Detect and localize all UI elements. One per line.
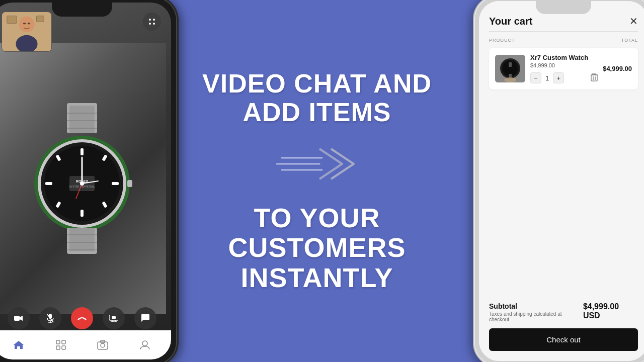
- svg-rect-26: [69, 228, 95, 251]
- right-phone-body: Your cart ✕ PRODUCT TOTAL: [473, 0, 644, 362]
- svg-rect-41: [14, 316, 20, 321]
- checkout-button[interactable]: Check out: [489, 328, 638, 351]
- hangup-button[interactable]: [71, 307, 93, 329]
- watch-image: ROLEX OYSTER PERPETUAL: [27, 103, 137, 254]
- left-phone-body: ROLEX OYSTER PERPETUAL: [0, 0, 179, 362]
- svg-rect-33: [23, 23, 26, 24]
- product-col-label: PRODUCT: [489, 38, 515, 43]
- right-phone-screen: Your cart ✕ PRODUCT TOTAL: [479, 1, 644, 361]
- cart-title: Your cart: [489, 16, 532, 27]
- svg-point-38: [153, 19, 155, 21]
- subtotal-row: Subtotal Taxes and shipping calculated a…: [489, 302, 638, 322]
- svg-rect-24: [127, 180, 132, 187]
- svg-point-31: [19, 17, 34, 32]
- qty-decrease-button[interactable]: −: [530, 72, 541, 83]
- cart-columns-header: PRODUCT TOTAL: [489, 38, 638, 43]
- video-call-screen: ROLEX OYSTER PERPETUAL: [0, 3, 171, 359]
- item-qty-row: − 1 +: [530, 72, 598, 83]
- svg-rect-54: [62, 346, 65, 349]
- svg-rect-9: [80, 148, 84, 155]
- svg-point-57: [101, 343, 105, 347]
- cart-item: Xr7 Custom Watch $4,999.00 − 1 +: [489, 48, 638, 89]
- nav-grid[interactable]: [53, 337, 68, 352]
- watch-display: ROLEX OYSTER PERPETUAL: [0, 43, 166, 314]
- item-details: Xr7 Custom Watch $4,999.00 − 1 +: [530, 54, 598, 83]
- options-button[interactable]: [143, 13, 161, 31]
- cart-header: Your cart ✕: [489, 15, 638, 32]
- svg-rect-10: [80, 210, 84, 217]
- subheadline: TO YOUR CUSTOMERS INSTANTLY: [228, 203, 406, 293]
- subtotal-label: Subtotal: [489, 302, 583, 310]
- arrow-svg: [272, 139, 362, 189]
- svg-rect-53: [56, 346, 60, 349]
- svg-rect-69: [591, 75, 597, 81]
- svg-point-40: [153, 23, 155, 25]
- call-controls-bar: [0, 307, 171, 329]
- chat-button[interactable]: [134, 307, 156, 329]
- nav-camera[interactable]: [95, 337, 110, 352]
- qty-value: 1: [545, 74, 549, 82]
- item-image: [495, 55, 525, 82]
- right-phone-notch: [536, 1, 591, 14]
- svg-rect-50: [112, 316, 116, 319]
- qty-increase-button[interactable]: +: [553, 72, 564, 83]
- svg-rect-35: [7, 16, 17, 24]
- svg-rect-51: [56, 340, 60, 344]
- left-phone: ROLEX OYSTER PERPETUAL: [0, 0, 179, 362]
- svg-rect-12: [112, 182, 119, 185]
- video-toggle-button[interactable]: [8, 307, 30, 329]
- subtotal-note: Taxes and shipping calculated at checkou…: [489, 311, 583, 322]
- nav-profile[interactable]: [137, 337, 152, 352]
- svg-rect-11: [45, 182, 52, 185]
- self-view-video: [2, 12, 52, 52]
- left-phone-screen: ROLEX OYSTER PERPETUAL: [0, 3, 171, 359]
- svg-rect-52: [62, 340, 65, 344]
- bottom-nav-bar: [0, 330, 171, 359]
- svg-point-23: [80, 182, 84, 186]
- svg-rect-36: [37, 16, 44, 22]
- remove-item-button[interactable]: [591, 73, 598, 83]
- cart-ui: Your cart ✕ PRODUCT TOTAL: [479, 1, 644, 361]
- arrow-graphic: [272, 139, 362, 191]
- cart-subtotal-section: Subtotal Taxes and shipping calculated a…: [489, 302, 638, 351]
- left-phone-notch: [52, 3, 112, 17]
- subtotal-info: Subtotal Taxes and shipping calculated a…: [489, 302, 583, 322]
- right-phone: Your cart ✕ PRODUCT TOTAL: [473, 0, 644, 362]
- total-col-label: TOTAL: [621, 38, 638, 43]
- cart-close-button[interactable]: ✕: [629, 15, 638, 27]
- item-price: $4,999.00: [530, 62, 598, 68]
- svg-point-37: [149, 19, 151, 21]
- center-content: VIDEO CHAT AND ADD ITEMS TO YOUR CUSTOME…: [186, 0, 448, 362]
- svg-point-68: [504, 77, 516, 82]
- item-total: $4,999.00: [603, 65, 632, 72]
- mute-button[interactable]: [39, 307, 61, 329]
- svg-point-39: [149, 23, 151, 25]
- svg-rect-66: [509, 62, 512, 67]
- svg-rect-34: [28, 23, 30, 24]
- screen-share-button[interactable]: [103, 307, 125, 329]
- subtotal-amount: $4,999.00 USD: [583, 302, 638, 320]
- nav-home[interactable]: [11, 337, 26, 352]
- svg-point-58: [142, 341, 147, 346]
- svg-rect-1: [69, 106, 95, 133]
- item-name: Xr7 Custom Watch: [530, 54, 598, 61]
- headline-line1: VIDEO CHAT AND ADD ITEMS: [202, 69, 432, 127]
